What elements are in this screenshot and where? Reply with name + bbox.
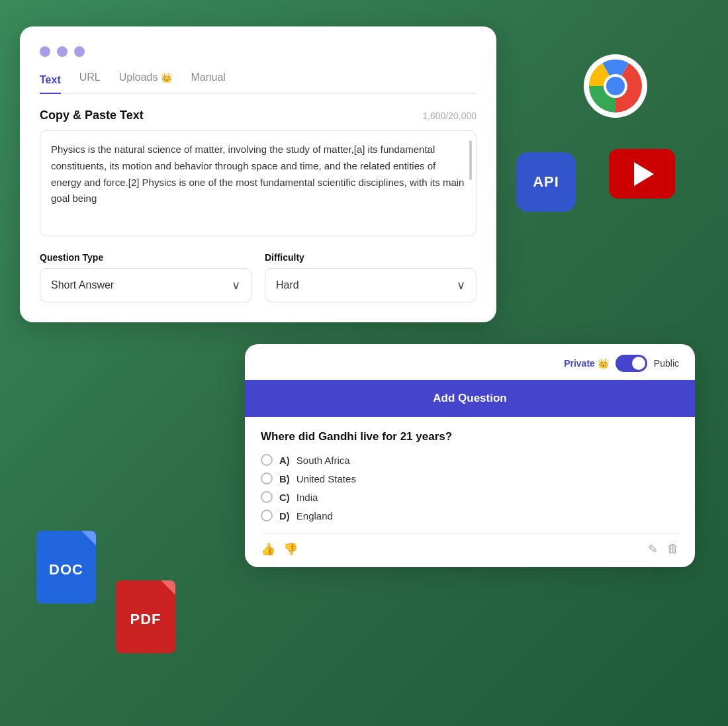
option-b-text: United States — [296, 473, 356, 484]
option-d: D) England — [261, 510, 679, 522]
option-c-text: India — [296, 492, 318, 503]
option-a-text: South Africa — [296, 455, 350, 466]
main-card: Text URL Uploads 👑 Manual Copy & Paste T… — [20, 26, 496, 322]
option-c: C) India — [261, 491, 679, 503]
difficulty-value: Hard — [276, 279, 299, 291]
doc-label: DOC — [49, 561, 83, 578]
chevron-down-icon: ∨ — [232, 278, 240, 293]
add-question-button[interactable]: Add Question — [245, 380, 695, 417]
section-header: Copy & Paste Text 1,600/20,000 — [40, 109, 477, 122]
scroll-bar — [469, 140, 472, 180]
difficulty-select[interactable]: Hard ∨ — [265, 268, 477, 302]
play-icon — [634, 162, 654, 186]
crown-icon: 👑 — [161, 72, 172, 83]
doc-corner — [81, 531, 96, 545]
option-a: A) South Africa — [261, 454, 679, 466]
question-type-value: Short Answer — [51, 279, 114, 291]
dot-1 — [40, 46, 50, 57]
public-label: Public — [654, 358, 679, 369]
option-d-text: England — [296, 510, 333, 522]
radio-d[interactable] — [261, 510, 273, 522]
chrome-icon — [582, 53, 649, 119]
pdf-corner — [161, 580, 175, 595]
question-actions: 👍 👎 ✎ 🗑 — [261, 533, 679, 557]
tab-text[interactable]: Text — [40, 71, 61, 94]
dropdowns-row: Question Type Short Answer ∨ Difficulty … — [40, 252, 477, 302]
question-block: Where did Gandhi live for 21 years? A) S… — [245, 417, 695, 567]
thumbs-down-icon[interactable]: 👎 — [283, 542, 298, 557]
private-label: Private 👑 — [564, 358, 609, 369]
tab-manual[interactable]: Manual — [191, 71, 225, 87]
question-type-group: Question Type Short Answer ∨ — [40, 252, 251, 302]
radio-a[interactable] — [261, 454, 273, 466]
quiz-header: Private 👑 Public — [245, 344, 695, 380]
youtube-icon — [609, 149, 675, 199]
toggle-switch[interactable] — [615, 355, 647, 372]
question-text: Where did Gandhi live for 21 years? — [261, 430, 679, 443]
api-icon: API — [516, 152, 576, 212]
tab-url[interactable]: URL — [79, 71, 101, 87]
pdf-label: PDF — [130, 611, 161, 628]
tabs-bar: Text URL Uploads 👑 Manual — [40, 71, 477, 94]
radio-c[interactable] — [261, 491, 273, 503]
toggle-knob — [632, 357, 645, 370]
doc-shape: DOC — [36, 531, 96, 604]
pdf-file-icon: PDF — [116, 580, 182, 660]
thumbs-up-icon[interactable]: 👍 — [261, 542, 275, 557]
vote-icons: 👍 👎 — [261, 542, 298, 557]
text-content: Physics is the natural science of matter… — [51, 142, 465, 207]
tab-uploads[interactable]: Uploads 👑 — [119, 71, 173, 87]
edit-icon[interactable]: ✎ — [648, 542, 658, 557]
quiz-card: Private 👑 Public Add Question Where did … — [245, 344, 695, 567]
svg-point-2 — [606, 77, 625, 95]
char-count: 1,600/20,000 — [422, 111, 477, 121]
chevron-down-icon-2: ∨ — [457, 278, 465, 293]
options-list: A) South Africa B) United States C) Indi… — [261, 454, 679, 522]
doc-file-icon: DOC — [36, 531, 103, 610]
action-icons: ✎ 🗑 — [648, 542, 679, 557]
pdf-shape: PDF — [116, 580, 175, 653]
difficulty-group: Difficulty Hard ∨ — [265, 252, 477, 302]
window-dots — [40, 46, 477, 57]
section-title: Copy & Paste Text — [40, 109, 144, 122]
question-type-select[interactable]: Short Answer ∨ — [40, 268, 251, 302]
difficulty-label: Difficulty — [265, 252, 477, 263]
crown-icon-2: 👑 — [598, 358, 609, 369]
dot-2 — [57, 46, 68, 57]
dot-3 — [74, 46, 85, 57]
text-area-box[interactable]: Physics is the natural science of matter… — [40, 130, 477, 236]
radio-b[interactable] — [261, 473, 273, 484]
question-type-label: Question Type — [40, 252, 251, 263]
option-b: B) United States — [261, 473, 679, 484]
delete-icon[interactable]: 🗑 — [667, 542, 679, 557]
